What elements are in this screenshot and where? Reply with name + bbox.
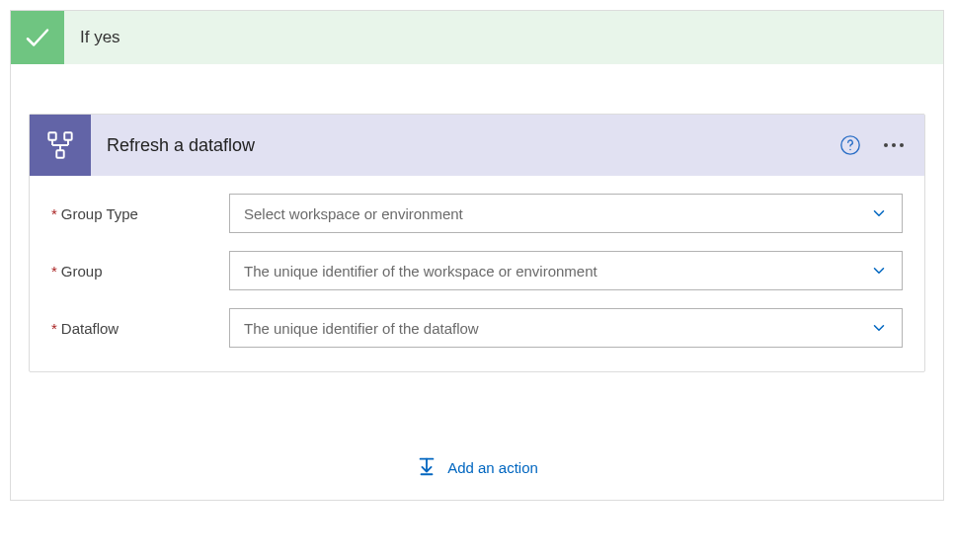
more-icon[interactable] xyxy=(881,132,907,158)
dataflow-select[interactable]: The unique identifier of the dataflow xyxy=(229,308,903,348)
svg-rect-0 xyxy=(48,132,55,139)
action-form-body: * Group Type Select workspace or environ… xyxy=(30,176,924,371)
required-mark: * xyxy=(51,320,57,337)
if-yes-panel: If yes Refresh a dataflow xyxy=(10,10,944,501)
add-action-label: Add an action xyxy=(447,459,538,476)
svg-rect-1 xyxy=(64,132,71,139)
label-text: Dataflow xyxy=(61,320,119,337)
action-card-header[interactable]: Refresh a dataflow xyxy=(30,115,924,176)
dataflow-icon xyxy=(30,115,91,176)
field-label: * Dataflow xyxy=(51,320,229,337)
select-placeholder: The unique identifier of the dataflow xyxy=(244,320,479,337)
group-type-select[interactable]: Select workspace or environment xyxy=(229,194,903,233)
field-dataflow: * Dataflow The unique identifier of the … xyxy=(51,308,903,348)
add-action-icon xyxy=(416,455,437,480)
action-title: Refresh a dataflow xyxy=(107,135,837,156)
svg-point-8 xyxy=(849,149,850,150)
label-text: Group xyxy=(61,263,103,280)
field-group: * Group The unique identifier of the wor… xyxy=(51,251,903,290)
help-icon[interactable] xyxy=(837,132,863,158)
condition-header[interactable]: If yes xyxy=(11,11,943,64)
field-label: * Group xyxy=(51,263,229,280)
chevron-down-icon xyxy=(870,319,888,337)
checkmark-icon xyxy=(11,11,64,64)
field-group-type: * Group Type Select workspace or environ… xyxy=(51,194,903,233)
chevron-down-icon xyxy=(870,204,888,222)
select-placeholder: Select workspace or environment xyxy=(244,205,463,222)
label-text: Group Type xyxy=(61,205,138,222)
add-action-button[interactable]: Add an action xyxy=(11,443,943,500)
field-label: * Group Type xyxy=(51,205,229,222)
group-select[interactable]: The unique identifier of the workspace o… xyxy=(229,251,903,290)
svg-rect-2 xyxy=(56,150,63,157)
select-placeholder: The unique identifier of the workspace o… xyxy=(244,263,597,280)
chevron-down-icon xyxy=(870,262,888,280)
action-card: Refresh a dataflow * Group Type xyxy=(29,114,925,372)
required-mark: * xyxy=(51,263,57,280)
required-mark: * xyxy=(51,205,57,222)
condition-title: If yes xyxy=(80,28,120,47)
